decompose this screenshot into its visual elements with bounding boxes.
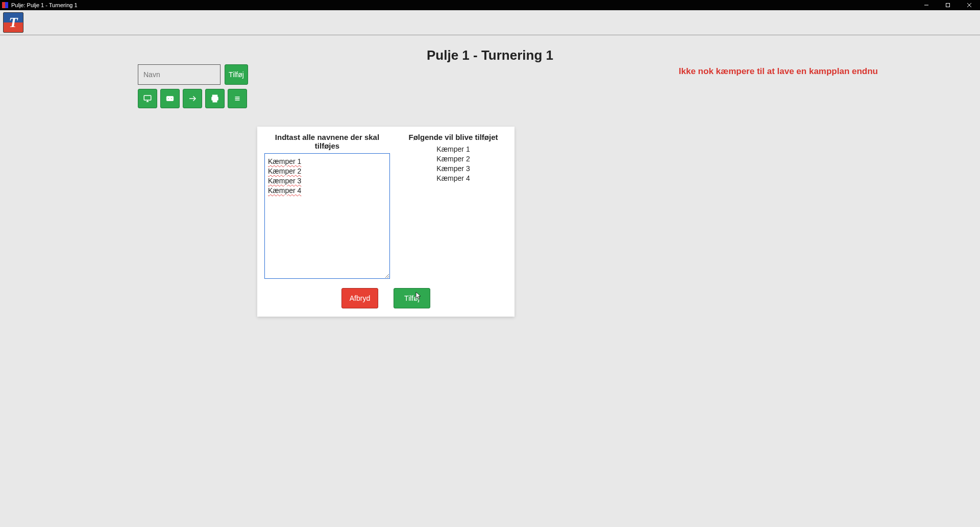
print-icon bbox=[210, 94, 219, 103]
warning-message: Ikke nok kæmpere til at lave en kampplan… bbox=[679, 66, 878, 77]
page-title: Pulje 1 - Turnering 1 bbox=[0, 47, 980, 63]
name-input[interactable] bbox=[138, 64, 220, 85]
svg-point-8 bbox=[168, 98, 169, 99]
card-icon bbox=[165, 94, 175, 103]
minimize-icon bbox=[924, 3, 929, 8]
add-button[interactable]: Tilføj bbox=[225, 64, 248, 85]
shuffle-icon bbox=[188, 94, 197, 103]
dialog-preview-heading: Følgende vil blive tilføjet bbox=[399, 133, 507, 141]
card-button[interactable] bbox=[160, 89, 180, 108]
preview-item: Kæmper 3 bbox=[399, 164, 507, 174]
preview-item: Kæmper 1 bbox=[399, 145, 507, 154]
window-titlebar: Pulje: Pulje 1 - Turnering 1 bbox=[0, 0, 980, 10]
list-icon bbox=[233, 94, 242, 103]
preview-item: Kæmper 2 bbox=[399, 154, 507, 164]
close-button[interactable] bbox=[959, 0, 980, 10]
list-button[interactable] bbox=[228, 89, 247, 108]
preview-list: Kæmper 1Kæmper 2Kæmper 3Kæmper 4 bbox=[399, 145, 507, 183]
display-icon bbox=[143, 94, 152, 103]
minimize-button[interactable] bbox=[916, 0, 937, 10]
maximize-button[interactable] bbox=[937, 0, 959, 10]
preview-item: Kæmper 4 bbox=[399, 174, 507, 183]
svg-point-9 bbox=[171, 98, 172, 99]
header-bar: T bbox=[0, 10, 980, 35]
svg-rect-4 bbox=[144, 95, 151, 100]
svg-rect-13 bbox=[213, 100, 217, 102]
add-names-dialog: Indtast alle navnene der skal tilføjes F… bbox=[257, 127, 514, 317]
app-logo[interactable]: T bbox=[3, 12, 23, 33]
display-button[interactable] bbox=[138, 89, 157, 108]
print-button[interactable] bbox=[205, 89, 225, 108]
svg-rect-1 bbox=[946, 4, 950, 7]
app-small-icon bbox=[2, 2, 8, 8]
top-controls: Tilføj bbox=[138, 64, 248, 108]
svg-rect-7 bbox=[166, 97, 174, 101]
close-icon bbox=[967, 3, 972, 8]
window-controls bbox=[916, 0, 980, 10]
confirm-add-button[interactable]: Tilføj bbox=[394, 288, 430, 308]
shuffle-button[interactable] bbox=[183, 89, 202, 108]
window-title: Pulje: Pulje 1 - Turnering 1 bbox=[11, 2, 78, 8]
cancel-button[interactable]: Afbryd bbox=[341, 288, 378, 308]
dialog-input-heading: Indtast alle navnene der skal tilføjes bbox=[264, 133, 390, 150]
maximize-icon bbox=[945, 3, 950, 8]
names-textarea[interactable] bbox=[264, 153, 390, 279]
